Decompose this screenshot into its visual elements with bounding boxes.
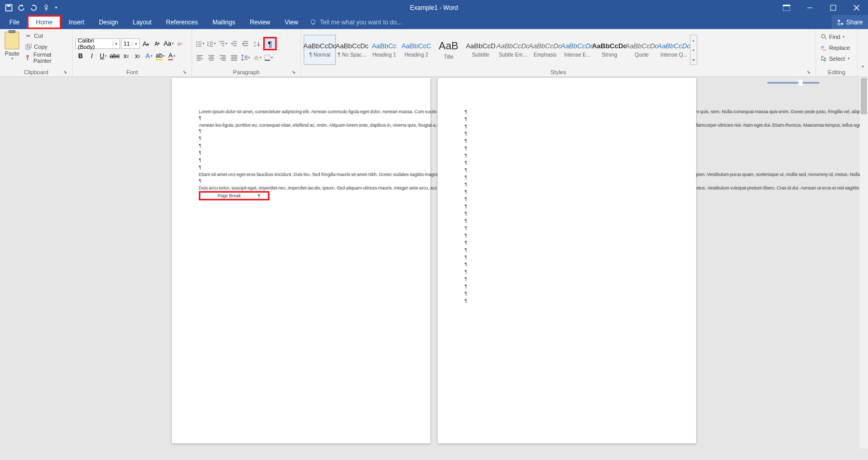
style-tile--normal[interactable]: AaBbCcDc¶ Normal bbox=[304, 35, 336, 65]
ribbon-display-button[interactable] bbox=[775, 0, 798, 15]
touch-mode-button[interactable] bbox=[40, 2, 52, 13]
find-button[interactable]: Find▾ bbox=[819, 32, 852, 42]
paragraph-mark: ¶ bbox=[465, 298, 669, 305]
paragraph-mark: ¶ bbox=[199, 150, 403, 157]
align-center-button[interactable] bbox=[206, 52, 216, 63]
highlighter-icon: ab bbox=[156, 52, 162, 60]
redo-button[interactable] bbox=[28, 2, 39, 13]
undo-button[interactable] bbox=[16, 2, 27, 13]
format-painter-button[interactable]: Format Painter bbox=[23, 52, 70, 63]
align-right-button[interactable] bbox=[218, 52, 228, 63]
share-label: Share bbox=[846, 19, 863, 26]
tab-design[interactable]: Design bbox=[91, 15, 125, 29]
line-spacing-button[interactable]: ▾ bbox=[240, 52, 251, 63]
maximize-button[interactable] bbox=[821, 0, 845, 15]
style-tile-subtitle[interactable]: AaBbCcDSubtitle bbox=[465, 35, 497, 65]
share-button[interactable]: Share bbox=[832, 15, 868, 29]
tab-references[interactable]: References bbox=[159, 15, 205, 29]
subscript-button[interactable]: x2 bbox=[121, 51, 131, 61]
document-area: Lorem·ipsum·dolor·sit·amet,·consectetuer… bbox=[0, 77, 868, 449]
styles-dialog-launcher[interactable]: ⬊ bbox=[806, 70, 812, 76]
style-tile-intense-q-[interactable]: AaBbCcDcIntense Q... bbox=[658, 35, 690, 65]
style-tile-heading-2[interactable]: AaBbCcCHeading 2 bbox=[400, 35, 432, 65]
cut-button[interactable]: ✂Cut bbox=[23, 31, 70, 41]
collapse-ribbon-button[interactable]: ˄ bbox=[858, 29, 868, 76]
borders-button[interactable]: ▾ bbox=[263, 52, 274, 63]
tab-layout[interactable]: Layout bbox=[126, 15, 159, 29]
save-button[interactable] bbox=[3, 2, 15, 13]
style-tile-title[interactable]: AaBTitle bbox=[432, 35, 465, 65]
increase-indent-button[interactable] bbox=[240, 38, 251, 49]
select-button[interactable]: Select▾ bbox=[819, 53, 852, 64]
decrease-indent-button[interactable] bbox=[229, 38, 239, 49]
zoom-slider-thumb[interactable] bbox=[798, 80, 803, 86]
quick-access-toolbar: ▾ bbox=[0, 2, 59, 13]
paragraph-mark: ¶ bbox=[199, 157, 403, 165]
paragraph-mark: ¶ bbox=[199, 136, 403, 143]
tab-review[interactable]: Review bbox=[242, 15, 277, 29]
style-tile-emphasis[interactable]: AaBbCcDcEmphasis bbox=[529, 35, 561, 65]
style-sample: AaBbCcDc bbox=[496, 42, 530, 50]
clipboard-dialog-launcher[interactable]: ⬊ bbox=[62, 70, 69, 76]
numbering-button[interactable]: 123▾ bbox=[206, 38, 216, 49]
outdent-icon bbox=[231, 40, 237, 47]
font-name-combo[interactable]: Calibri (Body)▾ bbox=[75, 38, 120, 49]
vertical-scrollbar[interactable] bbox=[860, 77, 868, 449]
style-name: Subtle Em... bbox=[499, 52, 527, 58]
styles-more-button[interactable]: ▴▾▼ bbox=[690, 35, 697, 65]
shading-button[interactable]: ▾ bbox=[252, 52, 262, 63]
minimize-button[interactable] bbox=[798, 0, 821, 15]
qat-customize-button[interactable]: ▾ bbox=[53, 2, 59, 13]
show-hide-marks-button[interactable]: ¶ bbox=[263, 37, 277, 50]
style-tile--no-spac-[interactable]: AaBbCcDc¶ No Spac... bbox=[336, 35, 368, 65]
grow-font-button[interactable]: A▴ bbox=[141, 38, 151, 49]
bold-button[interactable]: B bbox=[75, 51, 86, 61]
superscript-button[interactable]: x2 bbox=[132, 51, 143, 61]
underline-button[interactable]: U▾ bbox=[98, 51, 108, 61]
clear-formatting-button[interactable]: A bbox=[175, 38, 185, 49]
justify-button[interactable] bbox=[229, 52, 239, 63]
strikethrough-button[interactable]: abc bbox=[110, 51, 120, 61]
page-2[interactable]: ¶ ¶ ¶ ¶ ¶ ¶ ¶ ¶ ¶ ¶ ¶ ¶ ¶ ¶ ¶ ¶ ¶ ¶ ¶ ¶ … bbox=[438, 78, 696, 443]
paragraph-mark: ¶ bbox=[465, 204, 669, 211]
paste-button[interactable]: Paste ▾ bbox=[3, 31, 22, 69]
text-effects-button[interactable]: A▾ bbox=[144, 51, 154, 61]
tell-me-search[interactable]: Tell me what you want to do... bbox=[309, 15, 402, 29]
change-case-button[interactable]: Aa▾ bbox=[164, 38, 174, 49]
svg-point-12 bbox=[841, 23, 843, 25]
italic-button[interactable]: I bbox=[87, 51, 97, 61]
copy-button[interactable]: Copy bbox=[23, 42, 70, 52]
multilevel-list-button[interactable]: ▾ bbox=[218, 38, 228, 49]
highlight-color-button[interactable]: ab▾ bbox=[155, 51, 166, 61]
style-sample: AaBbCcD bbox=[466, 42, 495, 50]
tab-file[interactable]: File bbox=[2, 15, 27, 29]
style-tile-intense-e-[interactable]: AaBbCcDcIntense E... bbox=[561, 35, 593, 65]
align-left-button[interactable] bbox=[195, 52, 205, 63]
style-tile-heading-1[interactable]: AaBbCcHeading 1 bbox=[368, 35, 400, 65]
replace-button[interactable]: abacReplace bbox=[819, 43, 852, 53]
tab-view[interactable]: View bbox=[278, 15, 306, 29]
paragraph-mark: ¶ bbox=[465, 138, 669, 145]
style-tile-strong[interactable]: AaBbCcDcStrong bbox=[593, 35, 626, 65]
style-tile-subtle-em-[interactable]: AaBbCcDcSubtle Em... bbox=[497, 35, 529, 65]
style-name: Quote bbox=[634, 52, 648, 58]
borders-icon bbox=[264, 55, 270, 61]
svg-point-2 bbox=[45, 5, 48, 7]
tab-mailings[interactable]: Mailings bbox=[205, 15, 242, 29]
font-color-button[interactable]: A▾ bbox=[167, 51, 177, 61]
paragraph-mark: ¶ bbox=[199, 143, 403, 150]
font-size-combo[interactable]: 11▾ bbox=[121, 38, 140, 49]
page-1[interactable]: Lorem·ipsum·dolor·sit·amet,·consectetuer… bbox=[172, 78, 430, 443]
sort-button[interactable]: AZ bbox=[252, 38, 262, 49]
close-button[interactable] bbox=[845, 0, 868, 15]
tab-insert[interactable]: Insert bbox=[61, 15, 91, 29]
paragraph-mark: ¶ bbox=[465, 196, 669, 204]
zoom-slider[interactable] bbox=[767, 82, 819, 84]
style-tile-quote[interactable]: AaBbCcDcQuote bbox=[626, 35, 658, 65]
bullets-button[interactable]: ▾ bbox=[195, 38, 205, 49]
font-dialog-launcher[interactable]: ⬊ bbox=[182, 70, 188, 76]
scrollbar-thumb[interactable] bbox=[861, 78, 867, 114]
shrink-font-button[interactable]: A▾ bbox=[152, 38, 162, 49]
paragraph-dialog-launcher[interactable]: ⬊ bbox=[291, 70, 297, 76]
tab-home[interactable]: Home bbox=[29, 17, 60, 28]
